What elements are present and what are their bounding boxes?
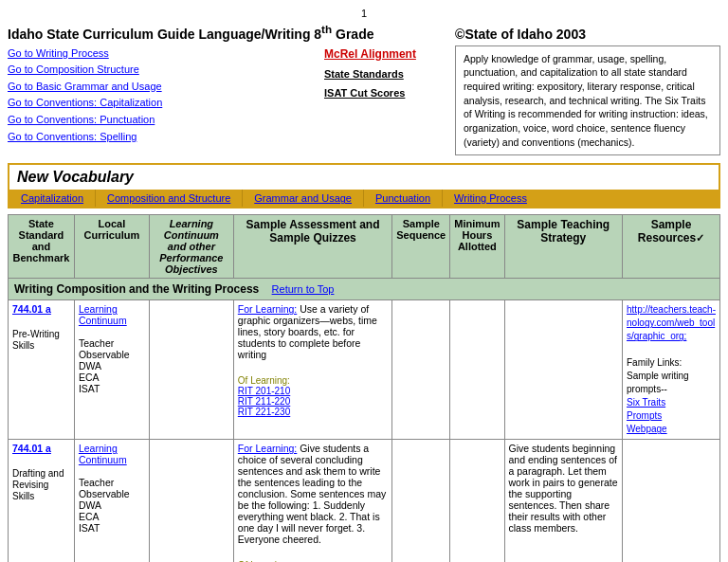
resources-url-1[interactable]: http://teachers.teach-nology.com/web_too…	[627, 304, 716, 341]
rit-link-1c[interactable]: RIT 221-230	[238, 407, 388, 417]
teacher-observable-2: TeacherObservableDWAECAISAT	[79, 477, 130, 534]
learning-objectives-2	[149, 440, 233, 562]
th-sample-sequence: SampleSequence	[392, 215, 450, 279]
th-min-hours: MinimumHoursAllotted	[450, 215, 504, 279]
nav-capitalization[interactable]: Go to Conventions: Capitalization	[8, 95, 317, 112]
resources-2	[623, 440, 720, 562]
title-sup: th	[321, 23, 332, 35]
sub-label-1: Pre-WritingSkills	[12, 329, 60, 351]
copyright-text: ©State of Idaho 2003	[455, 27, 586, 42]
main-table: StateStandardandBenchmark LocalCurriculu…	[8, 214, 720, 562]
title-text: Idaho State Curriculum Guide Language/Wr…	[8, 27, 321, 42]
page-title: Idaho State Curriculum Guide Language/Wr…	[8, 23, 720, 42]
th-sample-resources: SampleResources✓	[623, 215, 720, 279]
th-teaching-strategy: Sample TeachingStrategy	[504, 215, 623, 279]
of-learning-label-1: Of Learning:	[238, 375, 388, 386]
vocab-tab-punctuation[interactable]: Punctuation	[364, 190, 443, 207]
th-standard: StateStandardandBenchmark	[9, 215, 75, 279]
six-traits-link[interactable]: Six Traits	[627, 397, 665, 408]
resources-1: http://teachers.teach-nology.com/web_too…	[623, 300, 720, 440]
sample-assessment-1: For Learning: Use a variety of graphic o…	[233, 300, 391, 440]
vocabulary-section: New Vocabulary Capitalization Compositio…	[8, 163, 720, 208]
for-learning-label-1: For Learning: Use a variety of graphic o…	[238, 303, 377, 360]
table-row: 744.01 a Pre-WritingSkills LearningConti…	[9, 300, 720, 440]
return-to-top-link[interactable]: Return to Top	[272, 283, 335, 295]
standard-cell-2: 744.01 a Drafting andRevisingSkills	[9, 440, 75, 562]
nav-basic-grammar[interactable]: Go to Basic Grammar and Usage	[8, 79, 317, 96]
prompts-link[interactable]: Prompts	[627, 410, 662, 421]
vocab-tab-capitalization[interactable]: Capitalization	[9, 190, 96, 207]
table-row: 744.01 a Drafting andRevisingSkills Lear…	[9, 440, 720, 562]
title-grade: Grade	[332, 27, 373, 42]
th-sample-assessment: Sample Assessment andSample Quizzes	[233, 215, 391, 279]
isat-cut-scores-link[interactable]: ISAT Cut Scores	[324, 87, 405, 99]
standard-link-2[interactable]: 744.01 a	[12, 443, 70, 454]
local-curriculum-1: LearningContinuum TeacherObservableDWAEC…	[74, 300, 149, 440]
nav-composition-structure[interactable]: Go to Composition Structure	[8, 62, 317, 79]
for-learning-link-1[interactable]: For Learning:	[238, 303, 297, 315]
teacher-observable-1: TeacherObservableDWAECAISAT	[79, 337, 130, 394]
state-standards-link[interactable]: State Standards	[324, 68, 404, 80]
table-header-row: StateStandardandBenchmark LocalCurriculu…	[9, 215, 720, 279]
webpage-link[interactable]: Webpage	[627, 424, 667, 434]
sample-sequence-1	[392, 300, 450, 440]
learning-objectives-1	[149, 300, 233, 440]
local-curriculum-2: LearningContinuum TeacherObservableDWAEC…	[74, 440, 149, 562]
nav-links: Go to Writing Process Go to Composition …	[8, 45, 317, 156]
resources-content-1: http://teachers.teach-nology.com/web_too…	[627, 303, 716, 436]
rit-link-1a[interactable]: RIT 201-210	[238, 386, 388, 396]
vocab-tab-composition[interactable]: Composition and Structure	[96, 190, 243, 207]
vocab-tab-grammar[interactable]: Grammar and Usage	[243, 190, 364, 207]
vocab-tabs: Capitalization Composition and Structure…	[9, 190, 719, 207]
page-number: 1	[8, 8, 720, 19]
for-learning-link-2[interactable]: For Learning:	[238, 443, 297, 454]
info-text: Apply knowledge of grammar, usage, spell…	[464, 53, 708, 148]
section-header-cell: Writing Composition and the Writing Proc…	[9, 279, 720, 300]
vocab-tab-writing-process[interactable]: Writing Process	[443, 190, 538, 207]
family-links-1: Family Links:Sample writing prompts--Six…	[627, 357, 689, 434]
standard-link-1[interactable]: 744.01 a	[12, 303, 70, 315]
teaching-strategy-2: Give students beginning and ending sente…	[504, 440, 623, 562]
sub-label-2: Drafting andRevisingSkills	[12, 468, 64, 501]
th-learning-continuum: LearningContinuumand otherPerformanceObj…	[149, 215, 233, 279]
nav-spelling[interactable]: Go to Conventions: Spelling	[8, 129, 317, 146]
min-hours-2	[450, 440, 504, 562]
teaching-strategy-1	[504, 300, 623, 440]
learning-continuum-link-1[interactable]: LearningContinuum	[79, 303, 127, 326]
th-local-curriculum: LocalCurriculum	[74, 215, 149, 279]
min-hours-1	[450, 300, 504, 440]
nav-punctuation[interactable]: Go to Conventions: Punctuation	[8, 112, 317, 129]
vocab-header: New Vocabulary	[9, 165, 719, 190]
learning-continuum-link-2[interactable]: LearningContinuum	[79, 443, 127, 465]
mcrel-alignment-link[interactable]: McRel Alignment	[324, 47, 416, 61]
sample-assessment-2: For Learning: Give students a choice of …	[233, 440, 391, 562]
section-header-row: Writing Composition and the Writing Proc…	[9, 279, 720, 300]
nav-writing-process[interactable]: Go to Writing Process	[8, 45, 317, 63]
section-header-label: Writing Composition and the Writing Proc…	[14, 282, 259, 296]
standard-cell-1: 744.01 a Pre-WritingSkills	[9, 300, 75, 440]
info-box: Apply knowledge of grammar, usage, spell…	[455, 45, 720, 156]
for-learning-text-2: For Learning: Give students a choice of …	[238, 443, 386, 545]
middle-links: McRel Alignment State Standards ISAT Cut…	[324, 45, 447, 156]
rit-link-1b[interactable]: RIT 211-220	[238, 396, 388, 407]
sample-sequence-2	[392, 440, 450, 562]
